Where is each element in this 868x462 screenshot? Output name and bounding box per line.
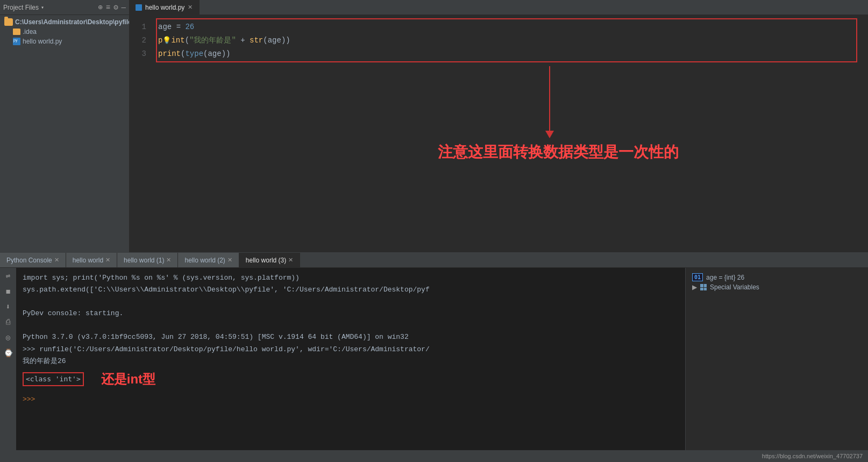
sidebar-content: C:\Users\Administrator\Desktop\pyfile .i…	[0, 15, 129, 48]
py-file-icon	[13, 38, 20, 45]
console-main: ⇌ ◼ ⬇ ⎙ ◎ ⌚ import sys; print('Python %s…	[0, 268, 868, 450]
console-close-icon-4[interactable]: ✕	[227, 257, 232, 264]
debug-var-type-icon: 01	[692, 273, 703, 281]
console-output-line-2: sys.path.extend(['C:\\Users\\Administrat…	[23, 284, 679, 296]
console-output-line-4: PyDev console: starting.	[23, 308, 679, 319]
sidebar-item-helloworld-label: hello world.py	[23, 38, 62, 45]
console-prompt-end: >>>	[23, 394, 679, 406]
code-line-3: print(type(age))	[158, 47, 860, 61]
rerun-icon[interactable]: ⇌	[6, 271, 10, 280]
editor-content: 1 2 3 age = 26 p💡int("我的年龄是" + str(age))…	[129, 15, 868, 252]
arrow-line	[549, 66, 550, 131]
chevron-down-icon: ▾	[41, 4, 44, 11]
console-output-line-3	[23, 296, 679, 308]
tab-hello-world-label: hello world	[73, 257, 103, 264]
tab-close-icon[interactable]: ✕	[188, 4, 193, 11]
print-icon[interactable]: ⎙	[6, 318, 10, 326]
tab-hello-world-2[interactable]: hello world (2) ✕	[178, 253, 239, 267]
bottom-area: Python Console ✕ hello world ✕ hello wor…	[0, 253, 868, 462]
annotation-arrow	[545, 66, 554, 138]
sidebar-title: Project Files	[3, 4, 39, 11]
arrow-head	[545, 131, 554, 138]
sidebar-header: Project Files ▾ ⊕ ≡ ⚙ —	[0, 0, 129, 15]
class-int-output: <class 'int'>	[23, 372, 84, 386]
tab-hello-world-3-label: hello world (3)	[246, 257, 286, 264]
line-num-3: 3	[133, 47, 146, 61]
editor-tabs: hello world.py ✕	[129, 0, 868, 15]
debug-special-vars[interactable]: ▶ Special Variables	[690, 282, 864, 292]
gear-icon[interactable]: ⚙	[113, 3, 118, 12]
debug-var-age: 01 age = {int} 26	[690, 272, 864, 282]
code-line-2: p💡int("我的年龄是" + str(age))	[158, 34, 860, 47]
tab-python-console[interactable]: Python Console ✕	[0, 253, 66, 267]
status-url: https://blog.csdn.net/weixin_47702737	[762, 453, 863, 459]
filter-icon[interactable]: ≡	[106, 3, 110, 12]
console-output-line-1: import sys; print('Python %s on %s' % (s…	[23, 272, 679, 284]
annotation-text: 注意这里面转换数据类型是一次性的	[438, 139, 679, 166]
sidebar-item-helloworld[interactable]: hello world.py	[0, 37, 129, 46]
project-sidebar: Project Files ▾ ⊕ ≡ ⚙ — C:\Users\Adminis…	[0, 0, 129, 252]
line-num-2: 2	[133, 34, 146, 47]
editor-area: hello world.py ✕ 1 2 3 age = 26 p💡int("我…	[129, 0, 868, 252]
tab-hello-world-2-label: hello world (2)	[184, 257, 225, 264]
console-output-line-5	[23, 319, 679, 331]
tab-label: hello world.py	[145, 4, 184, 11]
console-output-line-8: 我的年龄是26	[23, 356, 679, 367]
status-bar: https://blog.csdn.net/weixin_47702737	[0, 450, 868, 462]
sidebar-item-idea-label: .idea	[23, 28, 37, 35]
sidebar-title-area[interactable]: Project Files ▾	[3, 4, 44, 11]
console-close-icon-5[interactable]: ✕	[288, 257, 293, 264]
console-tabs: Python Console ✕ hello world ✕ hello wor…	[0, 253, 868, 268]
stop-icon[interactable]: ◼	[6, 287, 10, 296]
line-numbers: 1 2 3	[129, 15, 151, 252]
debug-special-label: Special Variables	[710, 283, 759, 291]
console-close-icon-1[interactable]: ✕	[54, 257, 59, 264]
line-num-1: 1	[133, 20, 146, 34]
project-path: C:\Users\Administrator\Desktop\pyfile	[15, 18, 132, 26]
tab-hello-world[interactable]: hello world ✕	[66, 253, 117, 267]
collapse-icon[interactable]: —	[122, 3, 126, 12]
tab-helloworld-py[interactable]: hello world.py ✕	[129, 0, 200, 15]
tab-hello-world-1[interactable]: hello world (1) ✕	[117, 253, 178, 267]
add-icon[interactable]: ⊕	[98, 3, 102, 12]
tab-python-console-label: Python Console	[6, 257, 52, 264]
console-output-line-6: Python 3.7.0 (v3.7.0:1bf9cc5093, Jun 27 …	[23, 331, 679, 343]
sidebar-toolbar: ⊕ ≡ ⚙ —	[98, 3, 126, 12]
console-close-icon-2[interactable]: ✕	[105, 257, 110, 264]
folder-icon	[4, 18, 13, 26]
console-close-icon-3[interactable]: ✕	[166, 257, 171, 264]
code-editor[interactable]: age = 26 p💡int("我的年龄是" + str(age)) print…	[151, 15, 868, 252]
sidebar-item-idea[interactable]: .idea	[0, 27, 129, 37]
debug-panel: 01 age = {int} 26 ▶ Special Variables	[685, 268, 868, 450]
tab-hello-world-1-label: hello world (1)	[124, 257, 164, 264]
clock-icon[interactable]: ⌚	[4, 349, 13, 358]
download-icon[interactable]: ⬇	[6, 302, 10, 311]
idea-folder-icon	[13, 29, 20, 35]
console-left-tools: ⇌ ◼ ⬇ ⎙ ◎ ⌚	[0, 268, 16, 450]
debug-var-age-label: age = {int} 26	[706, 274, 744, 281]
console-annotation: 还是int型	[101, 368, 155, 390]
expand-icon[interactable]: ▶	[692, 283, 697, 291]
console-output: import sys; print('Python %s on %s' % (s…	[16, 268, 685, 450]
tab-hello-world-3[interactable]: hello world (3) ✕	[239, 253, 300, 267]
console-output-line-7: >>> runfile('C:/Users/Administrator/Desk…	[23, 344, 679, 356]
project-root: C:\Users\Administrator\Desktop\pyfile	[0, 17, 129, 27]
inspect-icon[interactable]: ◎	[6, 333, 10, 342]
code-line-1: age = 26	[158, 20, 860, 34]
console-class-line: <class 'int'> 还是int型	[23, 368, 679, 390]
tab-py-icon	[136, 4, 142, 11]
grid-icon	[700, 284, 707, 290]
